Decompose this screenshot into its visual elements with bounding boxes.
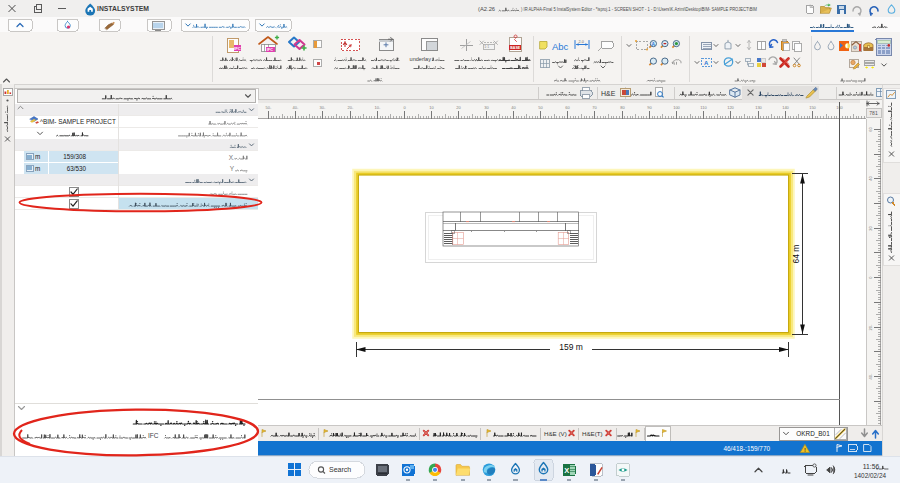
svg-text:!: !: [804, 447, 806, 453]
svg-text:120: 120: [727, 105, 734, 110]
svg-text:11:56: 11:56: [863, 463, 880, 470]
svg-text:130: 130: [755, 105, 762, 110]
svg-text:A: A: [652, 42, 656, 47]
svg-text:m: m: [35, 165, 40, 172]
svg-text:underlay: underlay: [410, 56, 432, 62]
svg-text:60: 60: [868, 127, 873, 132]
svg-text:IFC: IFC: [234, 46, 241, 51]
svg-text:Y: Y: [230, 165, 235, 172]
svg-text:X: X: [564, 466, 569, 475]
svg-text:20: 20: [868, 226, 873, 231]
svg-text:IFC: IFC: [267, 48, 273, 52]
svg-text:20: 20: [456, 105, 461, 110]
svg-text:m: m: [35, 153, 40, 160]
svg-text:60: 60: [565, 105, 570, 110]
svg-text:159 m: 159 m: [559, 342, 583, 352]
svg-text:H&E (V): H&E (V): [544, 430, 567, 437]
svg-text:40-: 40-: [868, 373, 873, 379]
svg-text:30-: 30-: [320, 105, 326, 110]
svg-text:110: 110: [700, 105, 707, 110]
svg-text:150: 150: [809, 105, 816, 110]
svg-text:H&E: H&E: [601, 90, 616, 97]
svg-text:50: 50: [538, 105, 543, 110]
svg-text:OKRD_B01: OKRD_B01: [796, 430, 830, 438]
svg-text:2.0: 2.0: [579, 40, 584, 44]
svg-text:1402/02/24: 1402/02/24: [854, 472, 886, 479]
svg-text:1:1: 1:1: [484, 45, 489, 49]
svg-text:X: X: [229, 154, 234, 161]
svg-text:90: 90: [647, 105, 652, 110]
svg-text:30: 30: [484, 105, 489, 110]
svg-text:20-: 20-: [868, 324, 873, 330]
svg-text:A: A: [704, 60, 709, 66]
svg-text:10-: 10-: [375, 105, 381, 110]
svg-text:64 m: 64 m: [791, 245, 801, 264]
svg-text:80: 80: [620, 105, 625, 110]
svg-text:BASE: BASE: [510, 46, 521, 50]
svg-text:781: 781: [869, 110, 878, 116]
svg-text:100: 100: [673, 105, 680, 110]
svg-text:159/308: 159/308: [63, 153, 86, 160]
svg-text:46/418-:159/770: 46/418-:159/770: [723, 445, 770, 452]
svg-text:20-: 20-: [348, 105, 354, 110]
svg-text:(A2.26: (A2.26: [478, 6, 495, 12]
svg-text:INSTALSYSTEM: INSTALSYSTEM: [97, 5, 149, 12]
svg-text:10: 10: [429, 105, 434, 110]
svg-text:40: 40: [511, 105, 516, 110]
svg-text:40: 40: [868, 176, 873, 181]
svg-text:63/530: 63/530: [67, 165, 87, 172]
svg-text:70: 70: [592, 105, 597, 110]
svg-text:50-: 50-: [266, 105, 272, 110]
svg-text:Search: Search: [329, 466, 351, 473]
svg-text:^BIM- SAMPLE PROJECT: ^BIM- SAMPLE PROJECT: [40, 118, 116, 125]
svg-text:H&E(T): H&E(T): [582, 430, 603, 437]
svg-text:140: 140: [782, 105, 789, 110]
svg-text:IFC: IFC: [148, 432, 159, 439]
svg-text:Abc: Abc: [552, 41, 569, 52]
svg-text:) IR ALPHA-Final 5 InstalSyste: ) IR ALPHA-Final 5 InstalSystem Editor -…: [521, 6, 757, 12]
svg-text:40-: 40-: [293, 105, 299, 110]
